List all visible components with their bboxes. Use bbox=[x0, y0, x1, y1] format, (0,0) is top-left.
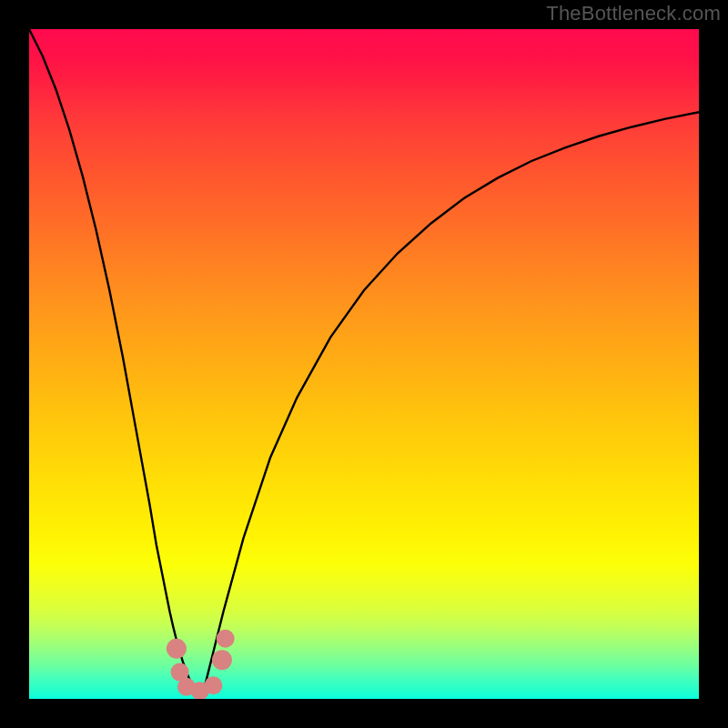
chart-frame: TheBottleneck.com bbox=[0, 0, 728, 728]
marker-dot bbox=[212, 650, 232, 670]
marker-dot bbox=[167, 639, 187, 659]
plot-area bbox=[29, 29, 699, 699]
bottleneck-curves bbox=[29, 29, 699, 699]
curve-left bbox=[29, 29, 197, 693]
marker-dot bbox=[204, 676, 222, 694]
watermark-label: TheBottleneck.com bbox=[546, 2, 721, 25]
bottleneck-markers bbox=[167, 630, 235, 699]
marker-dot bbox=[217, 630, 235, 648]
curve-right bbox=[203, 112, 699, 692]
